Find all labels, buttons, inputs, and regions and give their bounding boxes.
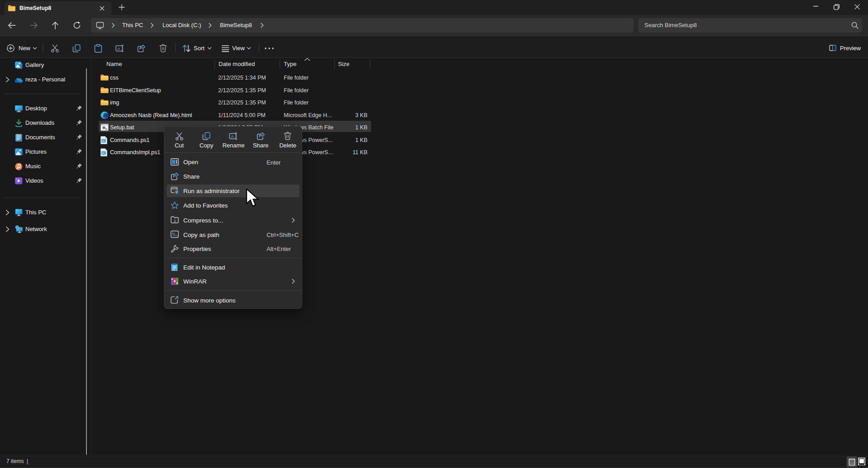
svg-text:A: A (117, 46, 120, 51)
svg-text:A: A (231, 134, 234, 139)
